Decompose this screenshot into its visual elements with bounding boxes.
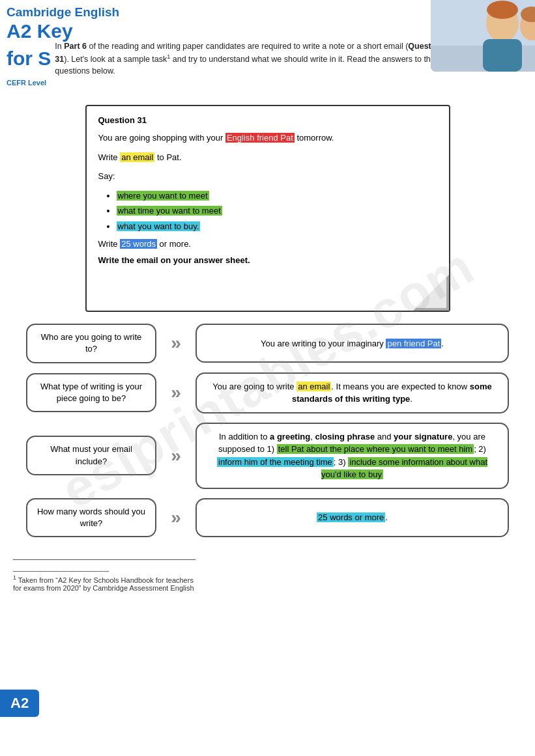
- header-image: [431, 0, 535, 72]
- header-photo: [431, 0, 535, 72]
- svg-rect-1: [431, 0, 535, 46]
- svg-rect-4: [483, 39, 522, 72]
- flow-row-4: How many words should you write? » 25 wo…: [26, 498, 509, 537]
- question-box: Question 31 You are going shopping with …: [85, 105, 450, 312]
- for-s-text: for S: [7, 48, 51, 70]
- highlight-pen-friend: pen friend Pat: [386, 339, 441, 348]
- chevron-icon-4: »: [171, 509, 181, 527]
- highlight-25words-flow: 25 words or more: [317, 512, 385, 522]
- footer-note: 1 Taken from “A2 Key for Schools Handboo…: [13, 574, 195, 592]
- flow-row-3: What must your email include? » In addit…: [26, 423, 509, 489]
- answer-sheet-line: Write the email on your answer sheet.: [98, 255, 437, 265]
- write-email-line: Write an email to Pat.: [98, 151, 437, 164]
- flow-section: Who are you going to write to? » You are…: [26, 324, 509, 537]
- flow-right-3: In addition to a greeting, closing phras…: [195, 423, 509, 489]
- page-wrapper: Cambridge English A2 Key for S In Part 6…: [0, 0, 535, 756]
- highlight-time: inform him of the meeting time: [217, 457, 334, 467]
- cefr-level: CEFR Level: [7, 79, 528, 87]
- question-number: Question 31: [98, 115, 437, 125]
- bullet-item-1: where you want to meet: [117, 189, 437, 203]
- highlight-email: an email: [120, 152, 154, 162]
- highlight-25words: 25 words: [120, 239, 157, 249]
- chevron-icon-1: »: [171, 334, 181, 352]
- flow-left-4: How many words should you write?: [26, 498, 156, 537]
- header: Cambridge English A2 Key for S In Part 6…: [0, 0, 535, 87]
- chevron-icon-2: »: [171, 384, 181, 402]
- flow-right-2: You are going to write an email. It mean…: [195, 372, 509, 413]
- bullet-list: where you want to meet what time you wan…: [117, 189, 437, 233]
- svg-point-3: [487, 1, 518, 19]
- words-line: Write 25 words or more.: [98, 239, 437, 249]
- flow-arrow-3: »: [156, 447, 195, 465]
- bullet-item-2: what time you want to meet: [117, 204, 437, 217]
- flow-right-1: You are writing to your imaginary pen fr…: [195, 324, 509, 363]
- say-label: Say:: [98, 170, 437, 183]
- paper-curl: [410, 272, 449, 311]
- header-description: In Part 6 of the reading and writing pap…: [55, 39, 446, 77]
- bullet-item-3: what you want to buy.: [117, 220, 437, 233]
- chevron-icon-3: »: [171, 447, 181, 465]
- flow-left-1: Who are you going to write to?: [26, 324, 156, 363]
- main-content: Question 31 You are going shopping with …: [0, 87, 535, 553]
- footer-line: ________________________: [13, 564, 195, 572]
- question-intro: You are going shopping with your English…: [98, 132, 437, 145]
- flow-right-4: 25 words or more.: [195, 498, 509, 537]
- a2-badge: A2: [0, 690, 39, 717]
- highlight-place: tell Pat about the place where you want …: [277, 444, 474, 454]
- highlight-friend-pat: English friend Pat: [225, 133, 295, 143]
- flow-row-2: What type of writing is your piece going…: [26, 372, 509, 413]
- flow-arrow-4: »: [156, 509, 195, 527]
- highlight-email-type: an email: [296, 382, 331, 391]
- footer: ________________________ 1 Taken from “A…: [13, 559, 195, 592]
- flow-left-2: What type of writing is your piece going…: [26, 373, 156, 412]
- flow-arrow-1: »: [156, 334, 195, 352]
- flow-left-3: What must your email include?: [26, 436, 156, 475]
- flow-row-1: Who are you going to write to? » You are…: [26, 324, 509, 363]
- flow-arrow-2: »: [156, 384, 195, 402]
